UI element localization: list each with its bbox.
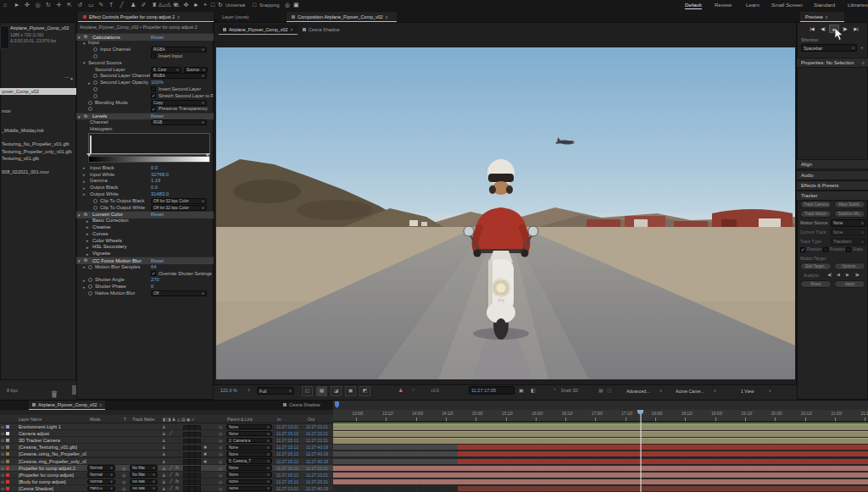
mode-dropdown[interactable]: Hard Li∨ (87, 486, 115, 492)
in-time[interactable]: 11:27:15:12 (276, 431, 298, 436)
twirl-icon[interactable]: ▸ (83, 264, 86, 269)
layer-label-chip[interactable] (6, 480, 9, 484)
effect-row-clip-to-output-black[interactable]: Clip To Output BlackOff for 32 bpc Color… (76, 197, 214, 204)
workspace-box-icon[interactable]: ▣ (293, 2, 299, 8)
parent-link-dropdown[interactable]: None∨ (226, 479, 272, 485)
eye-icon[interactable]: ⊙ (1, 438, 4, 443)
parent-pickwhip-icon[interactable]: ◎ (219, 473, 222, 478)
time-ruler[interactable]: 13:00f13:12f14:00f14:12f15:00f15:12f16:0… (333, 410, 868, 422)
panel-menu-icon[interactable]: ≡ (100, 402, 103, 407)
tab-preview[interactable]: Preview ≡ (800, 12, 844, 22)
effect-row-second-layer-opacity[interactable]: ▸Second Layer Opacity100% (76, 80, 214, 86)
mode-dropdown[interactable]: Normal∨ (87, 479, 115, 485)
effect-row-shutter-angle[interactable]: ▸Shutter Angle270 (76, 277, 214, 284)
property-value[interactable]: 1.19 (151, 178, 160, 183)
parent-link-dropdown[interactable]: None∨ (226, 486, 272, 492)
effect-row-invert-second-layer[interactable]: Invert Second Layer (76, 86, 214, 92)
property-value[interactable]: 0.0 (151, 165, 158, 170)
layer-bar[interactable] (333, 431, 868, 437)
options-button[interactable]: Options.. (834, 263, 865, 270)
timeline-layer-row[interactable]: ⊙3D Tracker Camera♟◎2. Camera a∨11:27:15… (0, 437, 333, 444)
effect-row-curves[interactable]: ▸Curves (76, 230, 214, 237)
eye-icon[interactable]: ⊙ (1, 445, 4, 450)
effect-reset-link[interactable]: Reset (151, 212, 164, 217)
eye-icon[interactable]: ⊙ (1, 459, 4, 464)
twirl-icon[interactable]: ▸ (83, 191, 86, 196)
tracker-checkbox-rotation[interactable] (823, 247, 828, 252)
histogram-display[interactable] (88, 133, 210, 155)
twirl-icon[interactable]: ▸ (83, 179, 86, 184)
project-item[interactable]: Texturing_No_Propeller_v01.glb (0, 141, 76, 147)
effect-row-native-motion-blur[interactable]: Native Motion BlurOff∨ (76, 290, 214, 296)
out-time[interactable]: 11:27:23:21 (306, 424, 328, 429)
stopwatch-icon[interactable] (93, 87, 97, 91)
zoom-glass-icon[interactable]: ◎ (285, 2, 290, 8)
bold-arrow-icon[interactable]: ► (193, 2, 199, 8)
layer-bar[interactable] (333, 473, 868, 478)
analyze-forward-one-icon[interactable]: |▶ (855, 272, 860, 277)
adjustment-layer-icon[interactable]: ╱ (170, 478, 172, 484)
source-dropdown[interactable]: Source∨ (184, 67, 208, 73)
stopwatch-icon[interactable] (88, 107, 92, 111)
video-frame[interactable] (216, 47, 795, 379)
effect-row-clip-to-output-white[interactable]: Clip To Output WhiteOff for 32 bpc Color… (76, 204, 214, 211)
property-value[interactable]: 0.0 (151, 185, 158, 190)
guides-icon[interactable]: ▣ (345, 386, 356, 396)
fx-switch-icon[interactable]: fx (175, 478, 179, 484)
shortcut-dropdown[interactable]: Spacebar∨ (801, 44, 857, 52)
selection-tool-icon[interactable]: ► (14, 2, 20, 8)
analyze-backward-one-icon[interactable]: ◀| (827, 272, 832, 277)
effect-row-basic-correction[interactable]: ▸Basic Correction (76, 218, 214, 224)
layer-name[interactable]: [Propeller for comp adjust] (19, 473, 74, 478)
switch-box[interactable] (189, 486, 195, 492)
parent-link-dropdown[interactable]: None∨ (226, 445, 272, 451)
mode-dropdown[interactable]: Normal∨ (87, 472, 115, 478)
twirl-icon[interactable]: ▸ (86, 218, 89, 224)
stopwatch-icon[interactable] (88, 265, 92, 269)
property-value[interactable]: 100% (151, 80, 164, 85)
layer-bar-offline[interactable] (333, 459, 458, 464)
project-item[interactable]: Texturing_Propeller_only_v01.glb (0, 148, 76, 155)
parent-link-dropdown[interactable]: None∨ (226, 451, 272, 457)
parent-pickwhip-icon[interactable]: ◎ (219, 431, 222, 436)
pixel-anchor-icon[interactable]: ♟ (398, 387, 403, 393)
shy-icon[interactable]: ♟ (162, 486, 165, 491)
effect-reset-link[interactable]: Reset (151, 258, 164, 263)
panel-menu-icon[interactable]: ≡ (826, 14, 828, 19)
effect-row-input-black[interactable]: ▸Input Black0.0 (76, 164, 214, 171)
property-dropdown[interactable]: Off∨ (151, 290, 207, 296)
rotate-icon[interactable]: ↻ (218, 2, 223, 8)
property-dropdown[interactable]: Copy∨ (151, 100, 207, 106)
track-matte-dropdown[interactable]: No Mat∨ (130, 472, 158, 478)
timeline-layer-row[interactable]: ⊙Propeller for comp adjust 2Normal∨◎No M… (0, 465, 333, 472)
out-time[interactable]: 11:27:22:21 (306, 438, 328, 443)
col-track-matte[interactable]: Track Matte (132, 417, 154, 422)
panel-header-tracker[interactable]: Tracker (797, 191, 868, 201)
stopwatch-icon[interactable] (93, 74, 97, 78)
layer-label-chip[interactable] (6, 425, 9, 428)
stopwatch-icon[interactable] (88, 278, 92, 282)
panel-header-align[interactable]: Align (797, 159, 868, 169)
adjustment-layer-icon[interactable]: ╱ (170, 465, 172, 470)
effect-row-channel[interactable]: ChannelRGB∨ (76, 119, 214, 125)
fx-switch-icon[interactable]: fx (175, 465, 179, 470)
out-time[interactable]: 11:27:43:19 (306, 451, 328, 456)
workspace-tab-learn[interactable]: Learn (746, 2, 760, 8)
out-time[interactable]: 11:27:42:19 (306, 459, 328, 464)
layer-name[interactable]: Environment Light 1 (19, 424, 61, 429)
in-time[interactable]: 11:27:15:12 (276, 466, 298, 471)
shy-icon[interactable]: ♟ (162, 445, 165, 450)
timeline-layer-row[interactable]: ⊙[Propeller for comp adjust]Normal∨◎No M… (0, 472, 333, 478)
snap-box-icon[interactable]: □ (253, 2, 256, 8)
property-value[interactable]: 64 (151, 264, 156, 269)
track-matte-dropdown[interactable]: No Mat∨ (130, 465, 158, 471)
project-item[interactable]: 008_022021_001.mov (0, 169, 76, 175)
checkbox[interactable]: ✓ (151, 271, 156, 276)
effect-row-invert-input[interactable]: Invert Input (76, 53, 214, 59)
col-out[interactable]: Out (308, 417, 314, 422)
person-icon-a[interactable]: ♙ (158, 2, 163, 8)
renderer-dropdown[interactable]: Advanced...∨ (625, 387, 664, 395)
parent-link-dropdown[interactable]: None∨ (226, 424, 272, 430)
col-in[interactable]: In (277, 417, 281, 422)
close-icon[interactable]: × (291, 27, 293, 32)
